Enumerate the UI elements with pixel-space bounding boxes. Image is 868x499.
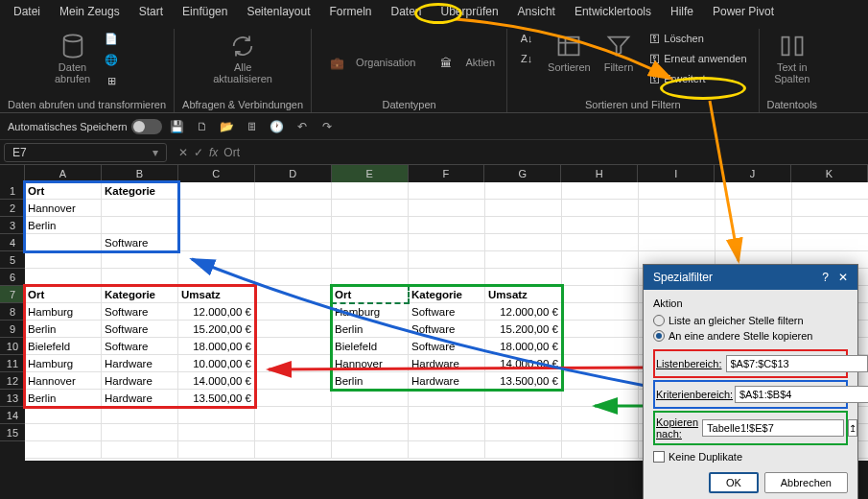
cell[interactable] <box>25 407 102 424</box>
cell[interactable] <box>102 251 178 269</box>
cell[interactable] <box>562 372 639 390</box>
cell[interactable] <box>716 200 792 217</box>
cell[interactable]: 12.000,00 € <box>485 303 562 321</box>
menu-ansicht[interactable]: Ansicht <box>508 1 565 22</box>
cell[interactable]: Berlin <box>25 390 102 407</box>
cell[interactable] <box>255 182 332 200</box>
range-picker-button[interactable]: ↥ <box>848 419 857 437</box>
cell[interactable] <box>562 441 639 459</box>
cell[interactable] <box>332 200 409 217</box>
cell[interactable] <box>716 234 792 251</box>
cell[interactable]: Hardware <box>102 372 178 390</box>
filter-in-place-radio[interactable]: Liste an gleicher Stelle filtern <box>653 313 848 328</box>
menu-datei[interactable]: Datei <box>4 1 50 22</box>
cell[interactable] <box>178 200 255 217</box>
get-data-button[interactable]: Daten abrufen <box>51 29 94 88</box>
cell[interactable]: Kategorie <box>102 182 178 200</box>
row-header[interactable]: 11 <box>0 355 25 372</box>
help-button[interactable]: ? <box>822 271 829 284</box>
from-text-button[interactable]: 📄 <box>100 29 123 48</box>
row-header[interactable]: 5 <box>0 251 25 269</box>
cell[interactable] <box>255 286 332 303</box>
cell[interactable] <box>485 441 562 459</box>
cell[interactable] <box>485 217 562 234</box>
from-web-button[interactable]: 🌐 <box>100 50 123 69</box>
sort-button[interactable]: Sortieren <box>544 29 595 77</box>
cell[interactable]: 13.500,00 € <box>178 390 255 407</box>
cell[interactable] <box>485 390 562 407</box>
menu-start[interactable]: Start <box>129 1 173 22</box>
cell[interactable]: Hannover <box>25 372 102 390</box>
cell[interactable] <box>562 234 639 251</box>
col-header[interactable]: H <box>561 165 638 182</box>
col-header[interactable]: C <box>178 165 255 182</box>
cell[interactable] <box>255 200 332 217</box>
cell[interactable]: Software <box>409 321 485 338</box>
cell[interactable] <box>409 234 485 251</box>
cell[interactable] <box>178 182 255 200</box>
cell[interactable]: Bielefeld <box>25 338 102 355</box>
cell[interactable] <box>639 182 716 200</box>
cell[interactable] <box>562 338 639 355</box>
row-header[interactable]: 9 <box>0 321 25 338</box>
cell[interactable] <box>178 234 255 251</box>
cell[interactable] <box>716 217 792 234</box>
ok-button[interactable]: OK <box>709 472 759 493</box>
cell[interactable]: Umsatz <box>485 286 562 303</box>
menu-seitenlayout[interactable]: Seitenlayout <box>237 1 319 22</box>
cell[interactable] <box>485 251 562 269</box>
cell[interactable]: 10.000,00 € <box>178 355 255 372</box>
cell[interactable]: Bielefeld <box>332 338 409 355</box>
cell[interactable] <box>409 424 485 441</box>
cell[interactable] <box>409 390 485 407</box>
cell[interactable]: 15.200,00 € <box>485 321 562 338</box>
cell[interactable]: Umsatz <box>178 286 255 303</box>
cell[interactable]: Software <box>102 234 178 251</box>
cell[interactable]: Software <box>409 338 485 355</box>
cell[interactable] <box>25 234 102 251</box>
cell[interactable] <box>409 407 485 424</box>
cell[interactable] <box>485 407 562 424</box>
cell[interactable]: 15.200,00 € <box>178 321 255 338</box>
cell[interactable] <box>332 390 409 407</box>
cell[interactable] <box>255 355 332 372</box>
cell[interactable] <box>792 234 868 251</box>
menu-ueberpruefen[interactable]: Überprüfen <box>432 1 508 22</box>
cell[interactable]: Hamburg <box>332 303 409 321</box>
cell[interactable] <box>332 424 409 441</box>
row-header[interactable]: 15 <box>0 424 25 441</box>
cancel-button[interactable]: Abbrechen <box>764 472 848 493</box>
cell[interactable] <box>792 182 868 200</box>
cell[interactable] <box>485 269 562 286</box>
cell[interactable] <box>562 251 639 269</box>
dialog-titlebar[interactable]: Spezialfilter ? ✕ <box>644 265 857 290</box>
from-table-button[interactable]: ⊞ <box>100 71 123 90</box>
cell[interactable]: Berlin <box>25 217 102 234</box>
name-box[interactable]: E7 ▾ <box>4 143 167 162</box>
cell[interactable] <box>716 182 792 200</box>
calc-button[interactable]: 🕐 <box>268 117 287 136</box>
cell[interactable] <box>562 182 639 200</box>
save-button[interactable]: 💾 <box>168 117 187 136</box>
cell[interactable] <box>102 269 178 286</box>
cell[interactable] <box>562 407 639 424</box>
refresh-all-button[interactable]: Alle aktualisieren <box>209 29 276 88</box>
cell[interactable]: Hardware <box>409 372 485 390</box>
row-header[interactable]: 14 <box>0 407 25 424</box>
cell[interactable] <box>792 217 868 234</box>
open-button[interactable]: 📂 <box>218 117 237 136</box>
cell[interactable]: 12.000,00 € <box>178 303 255 321</box>
cell[interactable] <box>332 182 409 200</box>
cell[interactable] <box>409 441 485 459</box>
cell[interactable] <box>255 234 332 251</box>
cell[interactable] <box>255 321 332 338</box>
col-header[interactable]: E <box>332 165 409 182</box>
cell[interactable] <box>485 200 562 217</box>
cell[interactable]: Ort <box>25 182 102 200</box>
cell[interactable] <box>792 200 868 217</box>
row-header[interactable]: 2 <box>0 200 25 217</box>
cell[interactable]: Software <box>102 303 178 321</box>
cell[interactable] <box>485 182 562 200</box>
cell[interactable] <box>25 424 102 441</box>
menu-hilfe[interactable]: Hilfe <box>661 1 703 22</box>
